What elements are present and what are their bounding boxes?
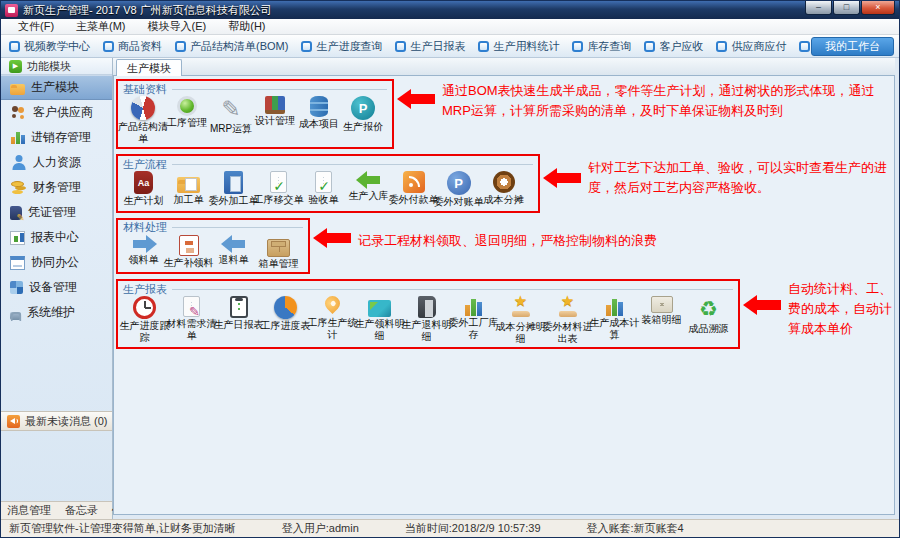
window-title: 新页生产管理- 2017 V8 广州新页信息科技有限公司	[23, 3, 272, 18]
group-divider	[172, 164, 533, 165]
sidebar-item-8[interactable]: 协同办公	[1, 250, 112, 275]
tab-production-module[interactable]: 生产模块	[116, 59, 182, 76]
toolbar-item-2[interactable]: 商品资料	[103, 39, 162, 54]
maximize-button[interactable]: □	[833, 1, 860, 15]
annotation: 针对工艺下达加工单、验收，可以实时查看生产的进度，然后对工艺内容严格验收。	[543, 154, 894, 198]
folder-document-icon	[177, 177, 200, 193]
bar-chart-icon	[10, 131, 25, 145]
sidebar-item-6[interactable]: 凭证管理	[1, 200, 112, 225]
body: 功能模块 生产模块客户供应商进销存管理人力资源财务管理凭证管理报表中心协同办公设…	[1, 58, 899, 519]
footer-link-1[interactable]: 消息管理	[7, 503, 51, 518]
toolbar-item-label: 供应商应付	[731, 39, 786, 54]
paper-pencil-icon	[183, 296, 200, 317]
toolbar-item-3[interactable]: 产品结构清单(BOM)	[175, 39, 288, 54]
tab-strip: 生产模块	[113, 58, 895, 76]
toolbar-item-1[interactable]: 视频教学中心	[9, 39, 90, 54]
module-item[interactable]: 生产入库	[346, 171, 391, 202]
module-item[interactable]: 生产日报表	[215, 296, 262, 331]
module-item[interactable]: 成品溯源	[685, 296, 732, 335]
module-item[interactable]: 工序进度表	[262, 296, 309, 332]
module-item[interactable]: 生产计划	[121, 171, 166, 207]
module-item[interactable]: 生产补领料	[166, 235, 211, 269]
sidebar-spacer	[1, 325, 112, 411]
module-item[interactable]: 生产报价	[341, 96, 385, 133]
device-squares-icon	[10, 281, 23, 294]
database-icon	[310, 96, 328, 117]
sidebar-item-9[interactable]: 设备管理	[1, 275, 112, 300]
toolbar-item-6[interactable]: 生产用料统计	[478, 39, 559, 54]
menu-item-1[interactable]: 文件(F)	[9, 19, 63, 34]
group-divider	[172, 289, 733, 290]
checkbox-icon	[572, 41, 583, 52]
sidebar-item-label: 协同办公	[31, 254, 79, 271]
group-items: 生产计划加工单委外加工单工序移交单验收单生产入库委外付款单委外对账单成本分摊	[121, 171, 535, 208]
carton-box-icon	[267, 239, 290, 257]
sidebar-item-1[interactable]: 生产模块	[1, 75, 112, 100]
menu-item-3[interactable]: 模块导入(E)	[139, 19, 216, 34]
checkbox-icon	[301, 41, 312, 52]
toolbar-item-8[interactable]: 客户应收	[644, 39, 703, 54]
content-panel: 基础资料产品结构清单工序管理MRP运算设计管理成本项目生产报价通过BOM表快速生…	[113, 76, 895, 515]
lock-icon	[10, 312, 21, 320]
module-item-label: 箱单管理	[251, 258, 307, 270]
sidebar-item-7[interactable]: 报表中心	[1, 225, 112, 250]
unread-messages-label: 最新未读消息 (0)	[25, 414, 108, 429]
sidebar-item-label: 人力资源	[33, 154, 81, 171]
module-item[interactable]: 装箱明细	[638, 296, 685, 326]
checkbox-icon	[644, 41, 655, 52]
module-item[interactable]: 生产退料明细	[403, 296, 450, 342]
menu-item-2[interactable]: 主菜单(M)	[67, 19, 135, 34]
unread-messages-bar[interactable]: 最新未读消息 (0)	[1, 411, 112, 431]
group-header: 材料处理	[123, 222, 303, 234]
checkbox-icon	[716, 41, 727, 52]
group-box-4: 生产报表生产进度跟踪材料需求清单生产日报表工序进度表工序生产统计生产领料明细生产…	[116, 279, 740, 349]
module-item[interactable]: 材料需求清单	[168, 296, 215, 341]
bar-chart-icon	[464, 296, 484, 316]
sidebar-gap	[1, 431, 112, 501]
red-arrow-left-icon	[313, 228, 353, 248]
toolbar-item-9[interactable]: 供应商应付	[716, 39, 786, 54]
module-item[interactable]: 退料单	[211, 235, 256, 266]
group-title: 生产流程	[123, 157, 167, 172]
module-item[interactable]: 生产领料明细	[356, 296, 403, 341]
module-item[interactable]: 领料单	[121, 235, 166, 266]
module-item[interactable]: 生产成本计算	[591, 296, 638, 340]
my-workbench-button[interactable]: 我的工作台	[811, 37, 894, 56]
module-item[interactable]: 加工单	[166, 171, 211, 206]
sidebar-item-2[interactable]: 客户供应商	[1, 100, 112, 125]
module-item[interactable]: 成本分摊	[481, 171, 526, 206]
p-circle-teal-icon	[351, 96, 375, 120]
pie-chart-icon	[131, 96, 155, 120]
recycle-icon	[696, 296, 722, 322]
minimize-button[interactable]: –	[805, 1, 832, 15]
group-header: 基础资料	[123, 83, 387, 95]
module-item[interactable]: 验收单	[301, 171, 346, 206]
sidebar-item-4[interactable]: 人力资源	[1, 150, 112, 175]
module-item[interactable]: 成本分摊明细	[497, 296, 544, 344]
module-item[interactable]: 工序移交单	[256, 171, 301, 206]
toolbar-item-7[interactable]: 库存查询	[572, 39, 631, 54]
status-login-user: 登入用户:admin	[282, 521, 359, 536]
sidebar-item-label: 报表中心	[31, 229, 79, 246]
module-item[interactable]: 委外加工单	[211, 171, 256, 207]
hand-star-icon	[557, 296, 579, 320]
group-items: 生产进度跟踪材料需求清单生产日报表工序进度表工序生产统计生产领料明细生产退料明细…	[121, 296, 735, 344]
footer-link-2[interactable]: 备忘录	[65, 503, 98, 518]
module-item[interactable]: 委外工厂库存	[450, 296, 497, 340]
menu-item-4[interactable]: 帮助(H)	[219, 19, 274, 34]
toolbar-item-4[interactable]: 生产进度查询	[301, 39, 382, 54]
module-item[interactable]: 箱单管理	[256, 235, 301, 270]
module-item[interactable]: 委外对账单	[436, 171, 481, 208]
close-button[interactable]: ×	[861, 1, 895, 15]
sidebar-item-10[interactable]: 系统维护	[1, 300, 112, 325]
sidebar-header: 功能模块	[1, 58, 112, 75]
module-item[interactable]: 生产进度跟踪	[121, 296, 168, 343]
sidebar-item-3[interactable]: 进销存管理	[1, 125, 112, 150]
module-item[interactable]: 委外付款单	[391, 171, 436, 206]
module-item[interactable]: 工序生产统计	[309, 296, 356, 340]
sidebar-item-5[interactable]: 财务管理	[1, 175, 112, 200]
sidebar-items: 生产模块客户供应商进销存管理人力资源财务管理凭证管理报表中心协同办公设备管理系统…	[1, 75, 112, 325]
module-item[interactable]: 委外材料进出表	[544, 296, 591, 344]
toolbar-item-5[interactable]: 生产日报表	[395, 39, 465, 54]
payment-orange-icon	[403, 171, 425, 193]
